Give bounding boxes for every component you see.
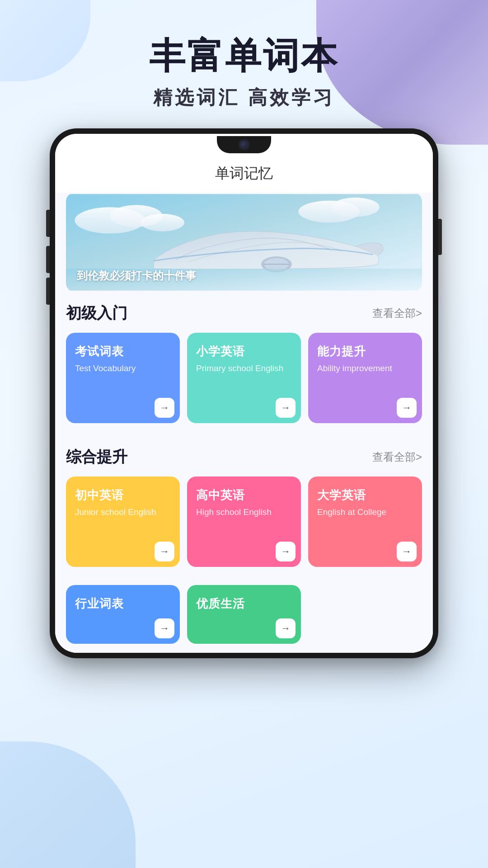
card-test-vocab-arrow[interactable]: → bbox=[155, 398, 174, 418]
section-bottom: 行业词表 → 优质生活 → bbox=[55, 574, 433, 644]
header-subtitle: 精选词汇 高效学习 bbox=[0, 85, 488, 110]
card-primary-en: Primary school English bbox=[196, 363, 292, 374]
svg-point-5 bbox=[331, 198, 380, 217]
card-primary-cn: 小学英语 bbox=[196, 344, 292, 359]
screen-content: 单词记忆 bbox=[55, 156, 433, 653]
card-primary-english[interactable]: 小学英语 Primary school English → bbox=[187, 333, 301, 423]
card-ability[interactable]: 能力提升 Ability improvement → bbox=[308, 333, 422, 423]
svg-point-3 bbox=[141, 214, 184, 231]
card-industry-cn: 行业词表 bbox=[75, 596, 171, 612]
card-placeholder bbox=[308, 585, 422, 644]
screen-title: 单词记忆 bbox=[55, 156, 433, 193]
card-junior-arrow[interactable]: → bbox=[155, 542, 174, 561]
card-junior-en: Junior school English bbox=[75, 507, 171, 518]
card-college-arrow[interactable]: → bbox=[397, 542, 417, 561]
section-beginner-more[interactable]: 查看全部> bbox=[372, 306, 422, 321]
header-title: 丰富单词本 bbox=[0, 36, 488, 76]
section-comprehensive-header: 综合提升 查看全部> bbox=[66, 447, 422, 467]
card-ability-cn: 能力提升 bbox=[317, 344, 413, 359]
card-college-english[interactable]: 大学英语 English at College → bbox=[308, 476, 422, 567]
card-high-arrow[interactable]: → bbox=[276, 542, 296, 561]
card-quality-arrow[interactable]: → bbox=[276, 618, 296, 638]
card-college-cn: 大学英语 bbox=[317, 487, 413, 503]
card-quality-cn: 优质生活 bbox=[196, 596, 292, 612]
camera-dot bbox=[240, 141, 248, 149]
card-high-cn: 高中英语 bbox=[196, 487, 292, 503]
phone-mockup: 单词记忆 bbox=[50, 128, 438, 658]
notch-area bbox=[55, 134, 433, 156]
card-ability-en: Ability improvement bbox=[317, 363, 413, 374]
bottom-cards-grid: 行业词表 → 优质生活 → bbox=[66, 585, 422, 644]
card-industry[interactable]: 行业词表 → bbox=[66, 585, 180, 644]
card-quality-life[interactable]: 优质生活 → bbox=[187, 585, 301, 644]
banner[interactable]: 到伦敦必须打卡的十件事 bbox=[66, 193, 422, 292]
header: 丰富单词本 精选词汇 高效学习 bbox=[0, 0, 488, 128]
card-college-en: English at College bbox=[317, 507, 413, 518]
section-beginner-header: 初级入门 查看全部> bbox=[66, 303, 422, 324]
card-junior-english[interactable]: 初中英语 Junior school English → bbox=[66, 476, 180, 567]
phone-screen: 单词记忆 bbox=[55, 134, 433, 653]
section-beginner: 初级入门 查看全部> 考试词表 Test Vocabulary → 小学英语 bbox=[55, 292, 433, 423]
notch bbox=[217, 136, 271, 153]
card-test-vocab-en: Test Vocabulary bbox=[75, 363, 171, 374]
section-comprehensive: 综合提升 查看全部> 初中英语 Junior school English → … bbox=[55, 436, 433, 567]
card-industry-arrow[interactable]: → bbox=[155, 618, 174, 638]
card-test-vocab[interactable]: 考试词表 Test Vocabulary → bbox=[66, 333, 180, 423]
card-ability-arrow[interactable]: → bbox=[397, 398, 417, 418]
phone-container: 单词记忆 bbox=[0, 128, 488, 658]
banner-text: 到伦敦必须打卡的十件事 bbox=[77, 269, 196, 283]
cards-grid-comprehensive: 初中英语 Junior school English → 高中英语 High s… bbox=[66, 476, 422, 567]
background-blob-bottom-left bbox=[0, 741, 136, 868]
section-beginner-title: 初级入门 bbox=[66, 303, 127, 324]
section-comprehensive-title: 综合提升 bbox=[66, 447, 127, 467]
section-comprehensive-more[interactable]: 查看全部> bbox=[372, 450, 422, 464]
card-junior-cn: 初中英语 bbox=[75, 487, 171, 503]
card-primary-arrow[interactable]: → bbox=[276, 398, 296, 418]
card-high-english[interactable]: 高中英语 High school English → bbox=[187, 476, 301, 567]
card-test-vocab-cn: 考试词表 bbox=[75, 344, 171, 359]
cards-grid-beginner: 考试词表 Test Vocabulary → 小学英语 Primary scho… bbox=[66, 333, 422, 423]
card-high-en: High school English bbox=[196, 507, 292, 518]
